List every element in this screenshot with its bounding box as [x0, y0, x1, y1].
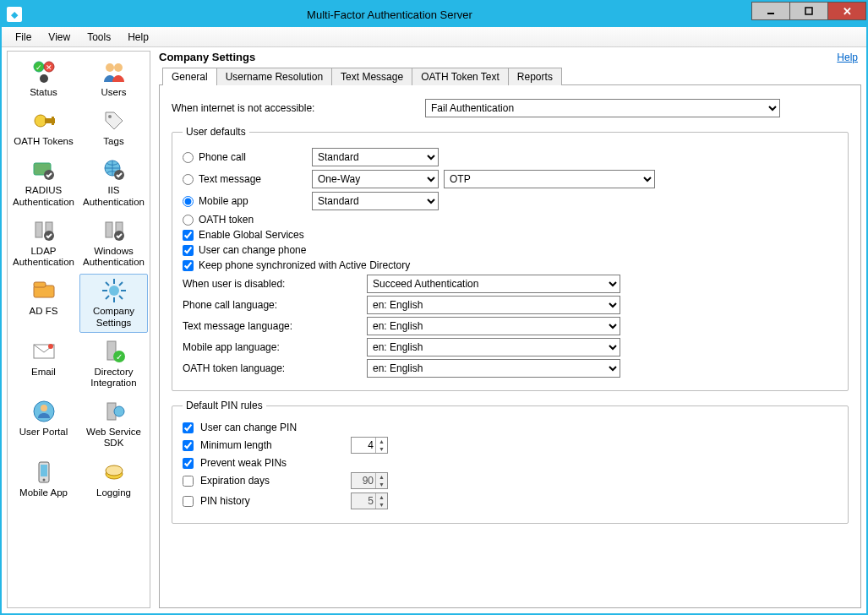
maximize-button[interactable]: [789, 2, 828, 20]
sidebar-icon-status: ✓✕: [30, 58, 57, 85]
spin-up-icon[interactable]: ▲: [376, 438, 387, 445]
sidebar-item-user-portal[interactable]: User Portal: [9, 395, 78, 453]
tab-text[interactable]: Text Message: [331, 68, 412, 85]
sidebar-item-label: Logging: [82, 487, 145, 498]
sidebar-item-ldap-authentication[interactable]: LDAP Authentication: [9, 214, 78, 272]
sidebar-icon-logging: [101, 459, 128, 486]
check-pin-user-change[interactable]: [183, 422, 194, 433]
sidebar-item-company-settings[interactable]: Company Settings: [79, 274, 148, 332]
check-pin-min-length[interactable]: [183, 440, 194, 451]
text-message-mode[interactable]: One-Way: [312, 170, 439, 188]
svg-rect-44: [41, 465, 47, 476]
svg-line-30: [106, 282, 109, 286]
sidebar-item-windows-authentication[interactable]: Windows Authentication: [79, 214, 148, 272]
sidebar-item-mobile-app[interactable]: Mobile App: [9, 455, 78, 503]
phone-lang-select[interactable]: en: English: [367, 296, 620, 314]
check-enable-global[interactable]: [183, 230, 194, 241]
radio-phone-call[interactable]: [183, 152, 194, 163]
window-title: Multi-Factor Authentication Server: [27, 8, 752, 21]
mobile-app-mode[interactable]: Standard: [312, 192, 439, 210]
sidebar-item-email[interactable]: Email: [9, 335, 78, 393]
sidebar-icon-email: [30, 338, 57, 365]
disabled-select[interactable]: Succeed Authentication: [367, 275, 620, 293]
sidebar-item-iis-authentication[interactable]: IIS Authentication: [79, 153, 148, 211]
sidebar-icon-ldap-authentication: [30, 217, 57, 244]
tab-page-general: When internet is not accessible: Fail Au…: [159, 84, 861, 608]
sidebar-icon-tags: [101, 107, 128, 134]
check-keep-sync[interactable]: [183, 260, 194, 271]
check-keep-sync-label: Keep phone synchronized with Active Dire…: [199, 259, 410, 271]
pin-rules-legend: Default PIN rules: [183, 400, 266, 411]
check-pin-history[interactable]: [183, 496, 194, 507]
sidebar-icon-web-service-sdk: [101, 398, 128, 425]
sidebar-item-web-service-sdk[interactable]: Web Service SDK: [79, 395, 148, 453]
check-pin-prevent-weak[interactable]: [183, 458, 194, 469]
spin-down-icon[interactable]: ▼: [376, 445, 387, 453]
check-pin-user-change-label: User can change PIN: [200, 422, 344, 433]
sidebar-icon-iis-authentication: [101, 156, 128, 183]
sidebar-item-logging[interactable]: Logging: [79, 455, 148, 503]
phone-call-mode[interactable]: Standard: [312, 148, 439, 166]
tab-reports[interactable]: Reports: [508, 68, 562, 85]
menu-view[interactable]: View: [40, 30, 79, 45]
sidebar-item-status[interactable]: ✓✕Status: [9, 55, 78, 102]
svg-point-47: [106, 465, 123, 476]
sidebar-item-ad-fs[interactable]: AD FS: [9, 274, 78, 332]
radio-text-message[interactable]: [183, 174, 194, 185]
user-defaults-legend: User defaults: [183, 126, 249, 138]
menubar: File View Tools Help: [2, 27, 866, 47]
menu-tools[interactable]: Tools: [79, 30, 119, 45]
check-user-change-phone[interactable]: [183, 245, 194, 256]
tab-oath[interactable]: OATH Token Text: [412, 68, 509, 85]
sidebar-item-radius-authentication[interactable]: RADIUS Authentication: [9, 153, 78, 211]
sidebar: ✓✕StatusUsersOATH TokensTagsRADIUS Authe…: [7, 51, 150, 608]
sidebar-item-tags[interactable]: Tags: [79, 104, 148, 151]
svg-point-6: [40, 74, 48, 83]
tab-general[interactable]: General: [162, 68, 217, 85]
spin-min-length[interactable]: ▲▼: [351, 437, 388, 454]
svg-text:✓: ✓: [35, 63, 42, 72]
oath-lang-select[interactable]: en: English: [367, 359, 620, 378]
sidebar-icon-user-portal: [30, 398, 57, 425]
sidebar-item-oath-tokens[interactable]: OATH Tokens: [9, 104, 78, 151]
spin-min-length-value[interactable]: [352, 438, 375, 453]
sidebar-icon-oath-tokens: [30, 107, 57, 134]
spin-expiration-value: [352, 473, 375, 488]
sidebar-item-label: LDAP Authentication: [12, 246, 75, 268]
sidebar-item-directory-integration[interactable]: ✓Directory Integration: [79, 335, 148, 393]
tab-strip: General Username Resolution Text Message…: [159, 67, 861, 84]
tab-username[interactable]: Username Resolution: [216, 68, 332, 85]
radio-phone-call-label: Phone call: [199, 151, 307, 163]
minimize-button[interactable]: [751, 2, 790, 20]
svg-line-33: [106, 296, 109, 299]
radio-oath-token[interactable]: [183, 215, 194, 226]
svg-rect-17: [35, 222, 42, 237]
sidebar-item-label: Mobile App: [12, 487, 75, 498]
close-button[interactable]: ✕: [827, 2, 866, 20]
svg-point-35: [48, 344, 53, 349]
sidebar-item-label: RADIUS Authentication: [12, 185, 75, 207]
svg-rect-1: [805, 8, 812, 14]
internet-select[interactable]: Fail Authentication: [425, 99, 780, 117]
spin-expiration: ▲▼: [351, 472, 388, 489]
check-enable-global-label: Enable Global Services: [199, 229, 304, 241]
sidebar-item-users[interactable]: Users: [79, 55, 148, 102]
menu-file[interactable]: File: [7, 30, 40, 45]
app-lang-label: Mobile app language:: [183, 341, 360, 353]
app-lang-select[interactable]: en: English: [367, 338, 620, 356]
internet-label: When internet is not accessible:: [172, 102, 417, 114]
radio-mobile-app[interactable]: [183, 196, 194, 207]
user-defaults-group: User defaults Phone call Standard Text m…: [172, 126, 849, 391]
check-pin-min-length-label: Minimum length: [200, 439, 344, 451]
menu-help[interactable]: Help: [119, 30, 157, 45]
sidebar-item-label: Company Settings: [82, 306, 145, 328]
check-pin-expiration[interactable]: [183, 476, 194, 487]
help-link[interactable]: Help: [837, 52, 858, 63]
svg-point-25: [109, 286, 119, 296]
text-message-type[interactable]: OTP: [444, 170, 655, 188]
text-lang-select[interactable]: en: English: [367, 317, 620, 335]
spin-up-icon: ▲: [376, 493, 387, 501]
titlebar: ◆ Multi-Factor Authentication Server ✕: [2, 2, 866, 27]
sidebar-item-label: Tags: [82, 136, 145, 147]
svg-point-7: [106, 63, 114, 72]
